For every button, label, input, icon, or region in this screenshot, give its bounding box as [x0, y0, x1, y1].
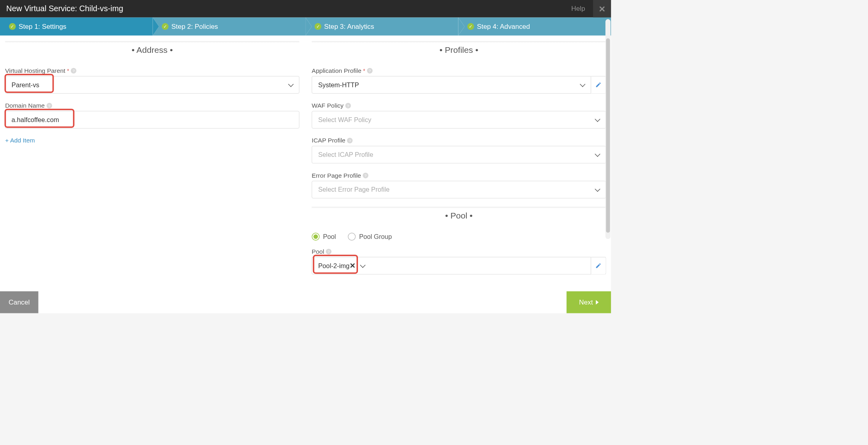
wizard-steps: ✓ Step 1: Settings ✓ Step 2: Policies ✓ … — [0, 18, 611, 36]
edit-pool-button[interactable] — [591, 257, 606, 275]
chevron-down-icon — [596, 188, 600, 191]
title-bar: New Virtual Service: Child-vs-img Help ✕ — [0, 0, 611, 18]
scrollbar[interactable] — [605, 36, 611, 239]
help-icon[interactable]: ? — [71, 68, 76, 74]
error-page-profile-select[interactable]: Select Error Page Profile — [312, 181, 606, 198]
section-header-address: • Address • — [5, 41, 299, 59]
help-icon[interactable]: ? — [46, 103, 52, 108]
chevron-down-icon — [289, 83, 293, 86]
step-label: Step 3: Analytics — [324, 22, 374, 30]
section-header-pool: • Pool • — [312, 207, 606, 225]
pool-radio[interactable]: Pool — [312, 233, 336, 241]
waf-policy-select[interactable]: Select WAF Policy — [312, 111, 606, 128]
pool-label: Pool ? — [312, 248, 606, 255]
cancel-button[interactable]: Cancel — [0, 291, 38, 313]
help-icon[interactable]: ? — [347, 138, 353, 143]
help-icon[interactable]: ? — [345, 103, 351, 108]
pencil-icon — [595, 263, 601, 269]
step-advanced[interactable]: ✓ Step 4: Advanced — [458, 18, 611, 36]
step-label: Step 1: Settings — [18, 22, 66, 30]
modal-body: • Address • Virtual Hosting Parent* ? Pa… — [0, 36, 611, 291]
edit-application-profile-button[interactable] — [591, 76, 606, 94]
help-icon[interactable]: ? — [326, 249, 332, 255]
add-item-link[interactable]: + Add Item — [5, 137, 299, 144]
step-label: Step 2: Policies — [171, 22, 218, 30]
help-icon[interactable]: ? — [367, 68, 373, 74]
address-column: • Address • Virtual Hosting Parent* ? Pa… — [5, 41, 299, 291]
error-page-profile-label: Error Page Profile ? — [312, 172, 606, 179]
chevron-down-icon — [596, 153, 600, 156]
step-analytics[interactable]: ✓ Step 3: Analytics — [305, 18, 458, 36]
help-link[interactable]: Help — [571, 5, 585, 13]
step-policies[interactable]: ✓ Step 2: Policies — [153, 18, 306, 36]
close-icon[interactable]: ✕ — [593, 0, 611, 18]
virtual-hosting-parent-select[interactable]: Parent-vs — [5, 76, 299, 94]
scrollbar-thumb[interactable] — [606, 38, 610, 233]
check-icon: ✓ — [9, 23, 16, 30]
check-icon: ✓ — [315, 23, 321, 30]
pool-group-radio[interactable]: Pool Group — [348, 233, 392, 241]
check-icon: ✓ — [467, 23, 474, 30]
help-icon[interactable]: ? — [363, 173, 368, 178]
required-icon: * — [67, 68, 69, 74]
domain-name-input[interactable]: a.halfcoffee.com — [5, 111, 299, 128]
icap-profile-select[interactable]: Select ICAP Profile — [312, 146, 606, 164]
application-profile-select[interactable]: System-HTTP — [312, 76, 591, 94]
virtual-service-modal: New Virtual Service: Child-vs-img Help ✕… — [0, 0, 611, 313]
waf-policy-label: WAF Policy ? — [312, 102, 606, 109]
section-header-profiles: • Profiles • — [312, 41, 606, 59]
next-button[interactable]: Next — [567, 291, 611, 313]
required-icon: * — [363, 68, 365, 74]
pencil-icon — [595, 82, 601, 88]
chevron-down-icon — [581, 83, 585, 86]
chevron-down-icon — [361, 264, 365, 267]
icap-profile-label: ICAP Profile ? — [312, 137, 606, 144]
step-settings[interactable]: ✓ Step 1: Settings — [0, 18, 153, 36]
virtual-hosting-parent-label: Virtual Hosting Parent* ? — [5, 67, 299, 74]
check-icon: ✓ — [162, 23, 169, 30]
application-profile-label: Application Profile* ? — [312, 67, 606, 74]
clear-icon[interactable]: ✕ — [350, 261, 356, 270]
chevron-down-icon — [596, 118, 600, 121]
arrow-right-icon — [596, 300, 599, 305]
modal-title: New Virtual Service: Child-vs-img — [6, 4, 123, 14]
pool-select[interactable]: Pool-2-img ✕ — [312, 257, 591, 275]
modal-footer: Cancel Next — [0, 291, 611, 313]
domain-name-label: Domain Name ? — [5, 102, 299, 109]
profiles-column: • Profiles • Application Profile* ? Syst… — [312, 41, 606, 291]
step-label: Step 4: Advanced — [477, 22, 530, 30]
